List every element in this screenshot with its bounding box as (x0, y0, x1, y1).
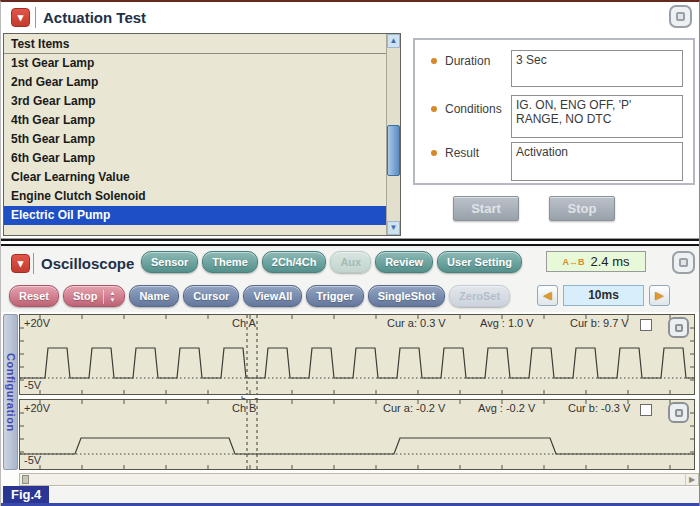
test-item[interactable]: Electric Oil Pump (4, 206, 386, 225)
panel-divider (1, 238, 700, 248)
scrollbar-thumb[interactable] (387, 125, 400, 176)
toolbar-reset-button[interactable]: Reset (9, 285, 59, 307)
test-items-list: Test Items 1st Gear Lamp2nd Gear Lamp3rd… (3, 33, 401, 236)
timebase-decrease-icon[interactable]: ◀ (537, 285, 558, 306)
menu-sensor-button[interactable]: Sensor (141, 251, 198, 273)
channel-b-checkbox[interactable] (640, 404, 652, 416)
ab-time-value: 2.4 ms (590, 254, 629, 269)
channel-a-vmax: +20V (24, 317, 50, 329)
result-label: Result (445, 146, 479, 160)
toolbar-trigger-button[interactable]: Trigger (306, 285, 363, 307)
test-item[interactable]: Engine Clutch Solenoid (4, 187, 386, 206)
toolbar-singleshot-button[interactable]: SingleShot (368, 285, 445, 307)
conditions-label: Conditions (445, 102, 502, 116)
test-item[interactable]: 5th Gear Lamp (4, 130, 386, 149)
bullet-icon (431, 58, 437, 64)
waveform-region: Configuration +20V -5V Ch A Cur a: 0.3 V… (1, 312, 700, 487)
channel-a-expand-button[interactable] (668, 317, 689, 338)
channel-a-cursor-b-value: Cur b: 9.7 V (570, 317, 629, 329)
channel-a-name: Ch A (232, 317, 256, 329)
panel-menu-icon[interactable]: ▾ (11, 8, 30, 27)
channel-b-scope: +20V -5V Ch B Cur a: -0.2 V Avg : -0.2 V… (19, 399, 695, 470)
scroll-down-icon[interactable]: ▼ (387, 221, 400, 235)
oscilloscope-toolbar: ResetStop▲▼NameCursorViewAllTriggerSingl… (9, 285, 510, 307)
diagnostic-tool-screen: ▾ Actuation Test Test Items 1st Gear Lam… (0, 0, 700, 506)
channel-b-cursor-b-value: Cur b: -0.3 V (568, 402, 630, 414)
start-button[interactable]: Start (453, 196, 519, 221)
title-divider (35, 7, 36, 28)
ab-cursor-icon: A↔B (562, 257, 584, 267)
duration-value[interactable]: 3 Sec (511, 50, 683, 87)
oscilloscope-menu: SensorTheme2Ch/4ChAuxReviewUser Setting (141, 251, 522, 273)
menu-review-button[interactable]: Review (375, 251, 433, 273)
channel-a-cursor-a-value: Cur a: 0.3 V (387, 317, 446, 329)
result-value[interactable]: Activation (511, 142, 683, 181)
bullet-icon (431, 106, 437, 112)
menu-user-setting-button[interactable]: User Setting (437, 251, 522, 273)
actuation-test-title: Actuation Test (43, 9, 146, 26)
conditions-value[interactable]: IG. ON, ENG OFF, 'P' RANGE, NO DTC (511, 95, 683, 138)
stop-button[interactable]: Stop (549, 196, 615, 221)
list-header: Test Items (4, 34, 400, 54)
test-item[interactable]: Clear Learning Value (4, 168, 386, 187)
toolbar-stop-button[interactable]: Stop▲▼ (63, 285, 125, 307)
window-restore-button[interactable] (669, 5, 692, 28)
channel-a-avg-value: Avg : 1.0 V (480, 317, 534, 329)
toolbar-cursor-button[interactable]: Cursor (183, 285, 239, 307)
menu-2ch-4ch-button[interactable]: 2Ch/4Ch (262, 251, 327, 273)
channel-a-scope: +20V -5V Ch A Cur a: 0.3 V Avg : 1.0 V C… (19, 314, 695, 395)
expand-icon (675, 409, 683, 417)
horizontal-scrollbar[interactable]: ▶ (19, 473, 699, 486)
channel-a-checkbox[interactable] (640, 319, 652, 331)
channel-b-avg-value: Avg : -0.2 V (478, 402, 535, 414)
channel-b-expand-button[interactable] (668, 402, 689, 423)
toolbar-name-button[interactable]: Name (129, 285, 179, 307)
test-item[interactable]: 6th Gear Lamp (4, 149, 386, 168)
restore-icon (679, 258, 688, 267)
test-item[interactable]: 1st Gear Lamp (4, 54, 386, 73)
configuration-tab[interactable]: Configuration (3, 314, 18, 470)
toolbar-zeroset-button[interactable]: ZeroSet (449, 285, 510, 307)
toolbar-viewall-button[interactable]: ViewAll (243, 285, 302, 307)
expand-icon (675, 324, 683, 332)
ab-time-display: A↔B 2.4 ms (546, 251, 646, 272)
oscilloscope-title: Oscilloscope (41, 255, 134, 272)
channel-b-vmax: +20V (24, 402, 50, 414)
scrollbar-thumb[interactable] (22, 475, 29, 484)
scroll-up-icon[interactable]: ▲ (387, 34, 400, 48)
title-divider (33, 253, 34, 274)
window-restore-button[interactable] (672, 251, 695, 274)
menu-theme-button[interactable]: Theme (202, 251, 257, 273)
timebase-value[interactable]: 10ms (563, 285, 644, 306)
duration-label: Duration (445, 54, 490, 68)
scroll-right-icon[interactable]: ▶ (685, 474, 698, 485)
run-stop-spinner-icon[interactable]: ▲▼ (103, 290, 115, 304)
test-item[interactable]: 4th Gear Lamp (4, 111, 386, 130)
menu-aux-button[interactable]: Aux (330, 251, 371, 273)
test-item[interactable]: 3rd Gear Lamp (4, 92, 386, 111)
channel-b-name: Ch B (232, 402, 256, 414)
bullet-icon (431, 150, 437, 156)
test-item[interactable]: 2nd Gear Lamp (4, 73, 386, 92)
test-items: 1st Gear Lamp2nd Gear Lamp3rd Gear Lamp4… (4, 54, 400, 225)
channel-b-vmin: -5V (24, 454, 41, 466)
restore-icon (676, 12, 685, 21)
figure-label: Fig.4 (3, 486, 49, 504)
test-details-panel: Duration 3 Sec Conditions IG. ON, ENG OF… (413, 38, 695, 185)
list-scrollbar[interactable]: ▲ ▼ (386, 34, 400, 235)
channel-b-cursor-a-value: Cur a: -0.2 V (383, 402, 445, 414)
panel-menu-icon[interactable]: ▾ (11, 254, 30, 273)
timebase-increase-icon[interactable]: ▶ (649, 285, 670, 306)
channel-a-vmin: -5V (24, 379, 41, 391)
